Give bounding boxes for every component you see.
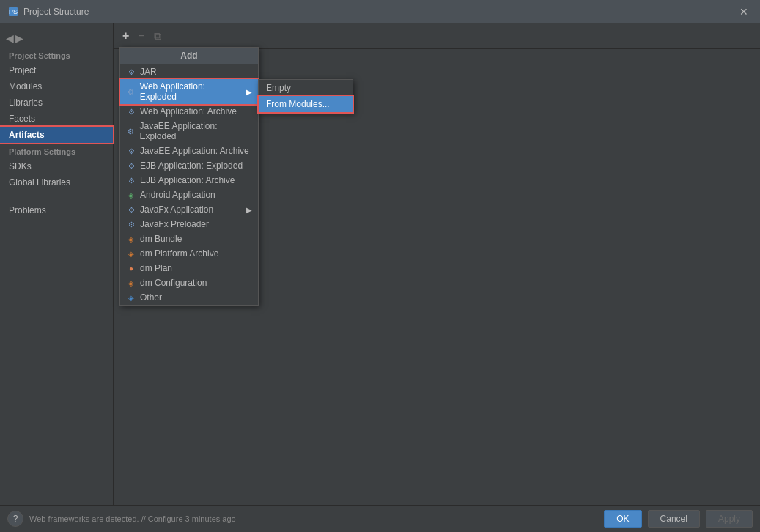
bottom-buttons: OK Cancel Apply xyxy=(604,510,753,528)
main-content: ◀ ▶ Project Settings Project Modules Lib… xyxy=(0,23,760,505)
sidebar-item-modules[interactable]: Modules xyxy=(0,78,113,95)
menu-item-web-app-archive[interactable]: ⚙ Web Application: Archive xyxy=(120,104,258,119)
menu-item-other[interactable]: ◈ Other xyxy=(120,290,258,305)
menu-item-dm-platform[interactable]: ◈ dm Platform Archive xyxy=(120,246,258,261)
android-app-icon: ◈ xyxy=(126,190,136,200)
submenu-empty[interactable]: Empty xyxy=(259,80,353,96)
menu-item-javafx-preloader[interactable]: ⚙ JavaFx Preloader xyxy=(120,217,258,232)
content-toolbar: + Add ⚙ JAR ⚙ Web Application: Exploded … xyxy=(114,23,760,49)
submenu-from-modules[interactable]: From Modules... xyxy=(259,96,353,112)
remove-button[interactable]: − xyxy=(135,28,147,44)
ok-button[interactable]: OK xyxy=(604,510,641,528)
ejb-archive-icon: ⚙ xyxy=(126,175,136,185)
menu-item-jar[interactable]: ⚙ JAR xyxy=(120,64,258,79)
title-bar-left: PS Project Structure xyxy=(7,6,89,18)
jar-icon: ⚙ xyxy=(126,67,136,77)
close-button[interactable]: ✕ xyxy=(735,4,753,19)
add-button[interactable]: + xyxy=(119,28,132,44)
javaee-archive-icon: ⚙ xyxy=(126,146,136,156)
bottom-bar: ? Web frameworks are detected. // Config… xyxy=(0,505,760,532)
project-settings-label: Project Settings xyxy=(0,47,113,62)
sidebar-item-facets[interactable]: Facets xyxy=(0,111,113,127)
sidebar-item-project[interactable]: Project xyxy=(0,62,113,78)
title-bar: PS Project Structure ✕ xyxy=(0,0,760,23)
help-button[interactable]: ? xyxy=(7,511,23,527)
dm-platform-icon: ◈ xyxy=(126,248,136,259)
dm-plan-icon: ● xyxy=(126,263,136,273)
status-text: Web frameworks are detected. // Configur… xyxy=(29,514,236,523)
dm-config-icon: ◈ xyxy=(126,278,136,288)
forward-button[interactable]: ▶ xyxy=(15,32,23,44)
dialog-title: Project Structure xyxy=(23,7,89,17)
menu-item-dm-bundle[interactable]: ◈ dm Bundle xyxy=(120,232,258,246)
menu-item-web-app-exploded[interactable]: ⚙ Web Application: Exploded ▶ Empty From… xyxy=(120,79,258,104)
content-area: + Add ⚙ JAR ⚙ Web Application: Exploded … xyxy=(114,23,760,505)
nav-buttons: ◀ ▶ xyxy=(0,29,113,47)
menu-item-javaee-archive[interactable]: ⚙ JavaEE Application: Archive xyxy=(120,144,258,158)
menu-header: Add xyxy=(120,48,258,64)
ejb-exploded-icon: ⚙ xyxy=(126,160,136,171)
other-icon: ◈ xyxy=(126,292,136,303)
menu-item-javaee-exploded[interactable]: ⚙ JavaEE Application: Exploded xyxy=(120,119,258,144)
menu-item-android-app[interactable]: ◈ Android Application xyxy=(120,188,258,202)
menu-item-dm-plan[interactable]: ● dm Plan xyxy=(120,261,258,276)
menu-item-javafx-app[interactable]: ⚙ JavaFx Application ▶ xyxy=(120,202,258,217)
submenu-arrow: ▶ xyxy=(246,88,252,96)
add-dropdown-container: + Add ⚙ JAR ⚙ Web Application: Exploded … xyxy=(119,28,132,44)
dialog-icon: PS xyxy=(7,6,19,18)
javafx-submenu-arrow: ▶ xyxy=(246,206,252,214)
artifacts-list-menu: Add ⚙ JAR ⚙ Web Application: Exploded ▶ … xyxy=(119,47,259,306)
apply-button[interactable]: Apply xyxy=(706,510,753,528)
web-app-exploded-icon: ⚙ xyxy=(126,86,136,97)
svg-text:PS: PS xyxy=(9,8,18,15)
menu-item-dm-config[interactable]: ◈ dm Configuration xyxy=(120,276,258,290)
bottom-left: ? Web frameworks are detected. // Config… xyxy=(7,511,236,527)
menu-item-ejb-exploded[interactable]: ⚙ EJB Application: Exploded xyxy=(120,158,258,173)
sidebar-item-problems[interactable]: Problems xyxy=(0,202,113,218)
platform-settings-label: Platform Settings xyxy=(0,143,113,158)
sidebar-item-libraries[interactable]: Libraries xyxy=(0,95,113,111)
sidebar-item-global-libraries[interactable]: Global Libraries xyxy=(0,174,113,191)
javafx-preloader-icon: ⚙ xyxy=(126,219,136,229)
dm-bundle-icon: ◈ xyxy=(126,234,136,244)
menu-item-ejb-archive[interactable]: ⚙ EJB Application: Archive xyxy=(120,173,258,188)
sidebar: ◀ ▶ Project Settings Project Modules Lib… xyxy=(0,23,114,505)
javaee-exploded-icon: ⚙ xyxy=(126,126,136,136)
sidebar-item-artifacts[interactable]: Artifacts xyxy=(0,127,113,143)
javafx-app-icon: ⚙ xyxy=(126,204,136,215)
sidebar-item-sdks[interactable]: SDKs xyxy=(0,158,113,174)
copy-button[interactable]: ⧉ xyxy=(151,29,164,44)
web-app-exploded-submenu: Empty From Modules... xyxy=(258,79,353,113)
back-button[interactable]: ◀ xyxy=(6,32,14,44)
cancel-button[interactable]: Cancel xyxy=(648,510,700,528)
project-structure-dialog: PS Project Structure ✕ ◀ ▶ Project Setti… xyxy=(0,0,760,532)
web-app-archive-icon: ⚙ xyxy=(126,106,136,117)
